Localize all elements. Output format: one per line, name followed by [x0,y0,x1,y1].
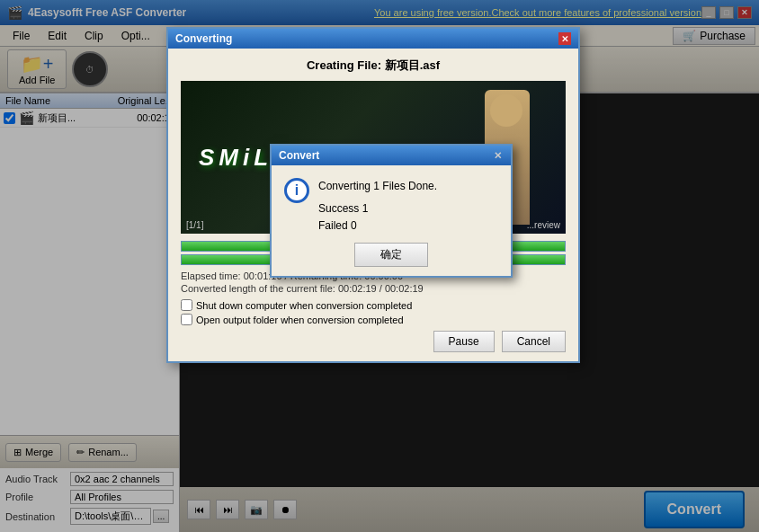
shutdown-label: Shut down computer when conversion compl… [196,300,412,311]
open-folder-checkbox-row: Open output folder when conversion compl… [181,314,566,325]
shutdown-checkbox-row: Shut down computer when conversion compl… [181,299,566,311]
convert-message: Converting 1 Files Done. Success 1 Faile… [318,178,437,235]
pause-button[interactable]: Pause [433,331,495,352]
cancel-button[interactable]: Cancel [502,331,566,352]
preview-label: ...review [527,220,560,230]
converting-title-bar: Converting ✕ [168,29,578,49]
convert-message-row: i Converting 1 Files Done. Success 1 Fai… [284,178,498,235]
convert-result-close-button[interactable]: ✕ [491,149,504,162]
convert-msg-line1: Converting 1 Files Done. [318,178,437,195]
open-folder-checkbox[interactable] [181,314,192,325]
convert-result-body: i Converting 1 Files Done. Success 1 Fai… [272,165,511,276]
frame-counter: [1/1] [186,220,203,230]
converted-length-value: 00:02:19 / 00:02:19 [338,283,424,294]
convert-result-title-bar: Convert ✕ [272,146,511,165]
convert-result-dialog: Convert ✕ i Converting 1 Files Done. Suc… [270,144,513,278]
converted-length-label: Converted length of the current file: [181,283,335,294]
convert-msg-line2: Success 1 [318,200,437,217]
person-head [490,94,522,127]
elapsed-label: Elapsed time: [181,270,241,281]
app-window: 🎬 4Easysofft Free ASF Converter You are … [0,0,759,532]
convert-result-title: Convert [279,149,319,162]
open-folder-label: Open output folder when conversion compl… [196,315,404,325]
converting-title: Converting [175,32,232,45]
converted-length-row: Converted length of the current file: 00… [181,283,566,294]
converting-close-button[interactable]: ✕ [558,32,571,45]
convert-msg-line3: Failed 0 [318,217,437,235]
creating-file-label: Creating File: 新项目.asf [181,58,566,74]
ok-button[interactable]: 确定 [354,243,428,267]
bottom-actions: Pause Cancel [181,331,566,352]
info-icon: i [284,178,309,203]
shutdown-checkbox[interactable] [181,299,192,311]
